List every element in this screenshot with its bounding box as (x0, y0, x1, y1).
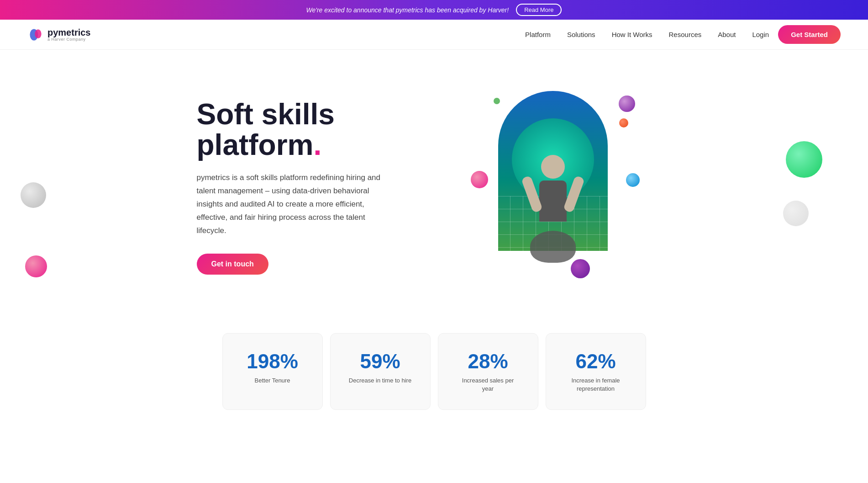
person-legs (530, 231, 576, 263)
login-button[interactable]: Login (752, 31, 769, 38)
hero-title-line2: platform (197, 128, 314, 161)
arch-wrapper (484, 91, 621, 283)
svg-point-1 (35, 29, 41, 38)
nav-solutions[interactable]: Solutions (567, 31, 595, 38)
stat-card-3: 62% Increase in female representation (546, 333, 646, 410)
stat-card-0: 198% Better Tenure (222, 333, 323, 410)
get-in-touch-button[interactable]: Get in touch (197, 254, 268, 275)
stat-label-2: Increased sales per year (457, 377, 520, 393)
hero-ball-purple (619, 96, 635, 112)
announcement-bar: We're excited to announce that pymetrics… (0, 0, 868, 20)
hero-title-line1: Soft skills (197, 98, 335, 131)
hero-ball-blue (626, 173, 640, 187)
hero-content: Soft skills platform. pymetrics is a sof… (197, 99, 434, 275)
stat-number-2: 28% (457, 350, 520, 373)
hero-title: Soft skills platform. (197, 99, 434, 160)
stat-label-3: Increase in female representation (564, 377, 627, 393)
nav-about[interactable]: About (718, 31, 736, 38)
read-more-button[interactable]: Read More (516, 4, 562, 16)
logo-sub: a Harver Company (47, 37, 91, 42)
hero-ball-orange (619, 118, 628, 127)
logo-icon (27, 27, 44, 43)
deco-ball-left-mid (21, 182, 46, 208)
person-head (541, 155, 565, 179)
stat-card-1: 59% Decrease in time to hire (330, 333, 431, 410)
nav-platform[interactable]: Platform (525, 31, 551, 38)
stat-number-1: 59% (349, 350, 412, 373)
logo-text: pymetrics a Harver Company (47, 28, 91, 42)
stat-label-1: Decrease in time to hire (349, 377, 412, 385)
logo-name: pymetrics (47, 28, 91, 37)
announcement-text: We're excited to announce that pymetrics… (306, 6, 509, 14)
nav-how-it-works[interactable]: How It Works (612, 31, 652, 38)
hero-ball-violet (571, 259, 590, 278)
get-started-button[interactable]: Get Started (778, 25, 841, 44)
stat-card-2: 28% Increased sales per year (438, 333, 538, 410)
stat-number-3: 62% (564, 350, 627, 373)
person-torso (539, 180, 567, 222)
deco-ball-right-large (786, 141, 822, 178)
hero-ball-pink (471, 171, 488, 188)
hero-ball-green-small (494, 98, 500, 104)
stats-section: 198% Better Tenure 59% Decrease in time … (0, 315, 868, 437)
stat-label-0: Better Tenure (241, 377, 304, 385)
hero-visual (434, 77, 672, 297)
hero-description: pymetrics is a soft skills platform rede… (197, 171, 389, 237)
nav-actions: Login Get Started (752, 25, 841, 44)
hero-section: Soft skills platform. pymetrics is a sof… (0, 50, 868, 315)
deco-ball-right-small (783, 201, 809, 226)
nav-links: Platform Solutions How It Works Resource… (525, 31, 736, 39)
main-nav: pymetrics a Harver Company Platform Solu… (0, 20, 868, 50)
nav-resources[interactable]: Resources (669, 31, 702, 38)
person-body (523, 180, 583, 263)
hero-title-dot: . (314, 128, 322, 161)
deco-ball-left-bottom (25, 255, 47, 277)
logo-link[interactable]: pymetrics a Harver Company (27, 27, 91, 43)
stat-number-0: 198% (241, 350, 304, 373)
